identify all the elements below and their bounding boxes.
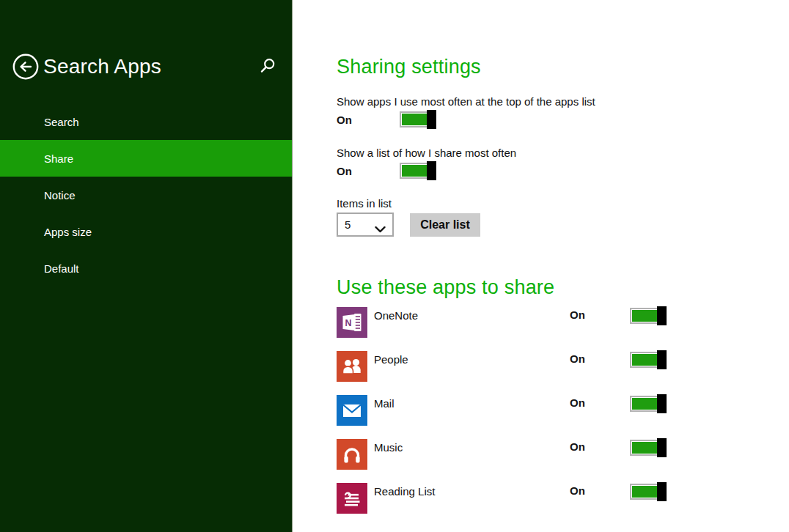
toggle-thumb[interactable] (427, 110, 436, 129)
reading-list-toggle[interactable] (630, 484, 667, 500)
sidebar-item-notice[interactable]: Notice (0, 177, 292, 213)
toggle-thumb[interactable] (657, 482, 667, 501)
page-title: Search Apps (43, 53, 161, 81)
most-often-toggle[interactable] (400, 111, 436, 128)
main-content: Sharing settings Show apps I use most of… (293, 0, 789, 532)
mail-icon (337, 395, 367, 426)
app-row-people: People On (337, 351, 747, 395)
app-row-mail: Mail On (337, 395, 747, 439)
chevron-down-icon (375, 223, 386, 235)
app-name: Music (374, 441, 403, 454)
onenote-toggle[interactable] (630, 308, 667, 324)
toggle-thumb[interactable] (657, 350, 667, 369)
app-toggle-state: On (570, 484, 585, 497)
app-toggle-state: On (570, 352, 585, 365)
most-often-toggle-state: On (337, 114, 400, 126)
reading-list-icon (337, 483, 367, 514)
app-row-onenote: N OneNote On (337, 307, 747, 351)
sidebar-item-share[interactable]: Share (0, 140, 292, 177)
mail-toggle[interactable] (630, 396, 667, 412)
share-list-toggle-row: On (337, 161, 789, 180)
people-toggle[interactable] (630, 352, 667, 368)
share-list-toggle-state: On (337, 165, 400, 177)
app-name: Reading List (374, 485, 435, 498)
toggle-thumb[interactable] (657, 438, 667, 457)
sidebar-menu: Search Share Notice Apps size Default (0, 103, 292, 287)
sidebar: Search Apps Search Share Notice Apps siz… (0, 0, 293, 532)
people-icon (337, 351, 367, 382)
app-name: People (374, 353, 408, 366)
magnifier-icon (259, 66, 276, 77)
items-in-list-controls: 5 Clear list (337, 213, 789, 237)
app-name: OneNote (374, 309, 418, 322)
sidebar-item-search[interactable]: Search (0, 103, 292, 140)
app-toggle-state: On (570, 440, 585, 453)
share-apps-list: N OneNote On (337, 307, 789, 527)
items-in-list-select[interactable]: 5 (337, 213, 394, 237)
most-often-toggle-row: On (337, 110, 789, 129)
most-often-label: Show apps I use most often at the top of… (337, 95, 789, 108)
app-toggle-state: On (570, 396, 585, 409)
toggle-thumb[interactable] (657, 394, 667, 413)
share-list-label: Show a list of how I share most often (337, 147, 789, 160)
sidebar-item-default[interactable]: Default (0, 250, 292, 287)
app-toggle-state: On (570, 309, 585, 321)
toggle-thumb[interactable] (427, 161, 436, 180)
app-name: Mail (374, 397, 394, 410)
music-toggle[interactable] (630, 440, 667, 456)
search-button[interactable] (258, 57, 277, 76)
music-icon (337, 439, 367, 470)
clear-list-button[interactable]: Clear list (410, 213, 480, 237)
share-list-toggle[interactable] (400, 163, 436, 179)
items-in-list-label: Items in list (337, 197, 789, 210)
sharing-settings-heading: Sharing settings (337, 54, 789, 79)
onenote-icon: N (337, 307, 367, 338)
app-row-music: Music On (337, 439, 747, 483)
items-in-list-value: 5 (345, 218, 351, 231)
toggle-thumb[interactable] (657, 306, 667, 325)
back-button[interactable] (12, 53, 39, 80)
back-arrow-circle-icon (12, 53, 39, 80)
settings-window: Search Apps Search Share Notice Apps siz… (0, 0, 789, 532)
use-apps-heading: Use these apps to share (337, 275, 789, 300)
sidebar-item-apps-size[interactable]: Apps size (0, 213, 292, 250)
app-row-reading-list: Reading List On (337, 483, 747, 527)
svg-text:N: N (345, 318, 351, 328)
